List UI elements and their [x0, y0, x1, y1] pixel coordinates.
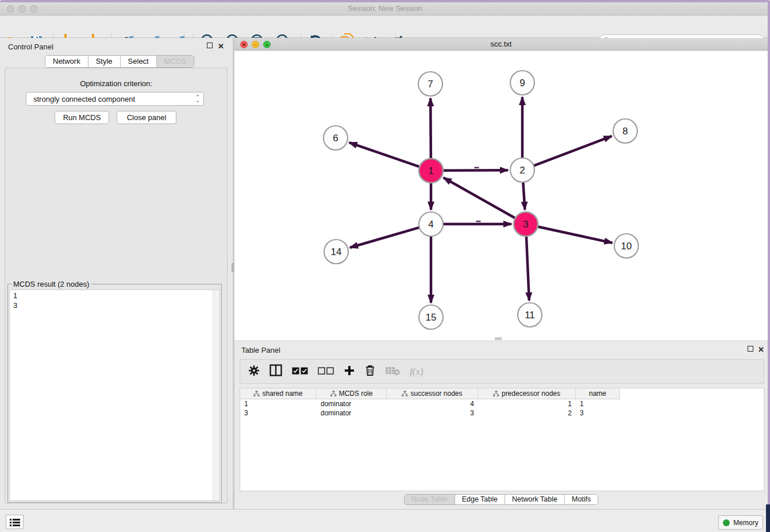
graph-node-2[interactable]: 2 — [510, 158, 534, 182]
column-header-predecessor-nodes[interactable]: predecessor nodes — [478, 388, 576, 399]
edge-1-2[interactable] — [442, 170, 508, 171]
edge-3-1[interactable] — [444, 178, 516, 218]
select-all-icon[interactable] — [292, 367, 308, 377]
tab-edge-table[interactable]: Edge Table — [455, 495, 505, 504]
graph-node-9[interactable]: 9 — [510, 71, 534, 95]
task-history-button[interactable] — [6, 515, 24, 529]
main-toolbar — [0, 16, 770, 38]
node-label: 8 — [622, 126, 627, 137]
float-table-panel-icon[interactable] — [748, 346, 753, 353]
delete-table-icon[interactable] — [385, 365, 400, 378]
graph-node-6[interactable]: 6 — [324, 126, 348, 150]
graph-node-14[interactable]: 14 — [324, 240, 348, 264]
column-header-label: shared name — [262, 390, 302, 398]
add-column-icon[interactable] — [344, 365, 355, 379]
tab-node-table[interactable]: Node Table — [405, 495, 455, 504]
maximize-window-button[interactable] — [30, 5, 37, 13]
minimize-window-button[interactable] — [18, 5, 26, 13]
graph-node-1[interactable]: 1 — [419, 159, 443, 183]
column-type-icon — [253, 391, 260, 397]
node-label: 2 — [519, 165, 525, 176]
tab-style[interactable]: Style — [88, 56, 121, 67]
function-builder-icon[interactable]: f(x) — [410, 366, 424, 377]
table-cell[interactable]: 1 — [478, 399, 576, 408]
tab-network[interactable]: Network — [45, 56, 88, 67]
tab-network-table[interactable]: Network Table — [505, 495, 565, 504]
memory-button[interactable]: Memory — [718, 515, 763, 530]
table-cell[interactable]: 3 — [576, 408, 620, 418]
maximize-view-button[interactable]: ＋ — [263, 41, 271, 48]
table-row[interactable]: 1dominator411 — [240, 399, 764, 408]
tab-motifs[interactable]: Motifs — [565, 495, 598, 504]
table-cell[interactable]: 1 — [240, 399, 317, 408]
result-line: 1 — [10, 291, 220, 300]
mcds-result-area[interactable]: 13 — [9, 290, 220, 501]
table-cell[interactable]: dominator — [317, 399, 387, 408]
edge-1-7[interactable] — [430, 98, 431, 159]
close-view-button[interactable]: ✕ — [240, 41, 248, 48]
delete-column-icon[interactable] — [365, 364, 375, 379]
edge-3-10[interactable] — [537, 226, 613, 242]
column-header-successor-nodes[interactable]: successor nodes — [387, 388, 478, 399]
graph-node-7[interactable]: 7 — [418, 72, 442, 96]
node-label: 9 — [519, 78, 525, 88]
edge-2-3[interactable] — [523, 182, 525, 210]
graph-node-3[interactable]: 3 — [514, 212, 538, 236]
memory-label: Memory — [733, 519, 758, 527]
table-cell[interactable]: 4 — [387, 399, 478, 408]
minimize-view-button[interactable]: − — [252, 41, 259, 48]
float-panel-icon[interactable] — [207, 43, 213, 49]
edge-label-mark — [476, 221, 481, 222]
table-cell[interactable]: 1 — [576, 399, 620, 408]
node-label: 11 — [525, 310, 535, 321]
node-label: 10 — [621, 241, 632, 252]
column-header-label: MCDS role — [339, 390, 373, 398]
close-table-panel-icon[interactable]: ✕ — [758, 345, 764, 354]
column-header-MCDS-role[interactable]: MCDS role — [317, 388, 387, 399]
graph-node-4[interactable]: 4 — [419, 212, 443, 236]
column-type-icon — [330, 391, 337, 397]
criterion-dropdown[interactable]: strongly connected component ⌃⌄ — [26, 92, 204, 106]
scrollbar[interactable] — [213, 290, 220, 500]
result-line: 3 — [10, 300, 220, 310]
control-panel-tabs: NetworkStyleSelectMCDS — [45, 55, 194, 68]
gear-icon[interactable] — [248, 365, 260, 379]
mcds-result-group: MCDS result (2 nodes) 13 — [7, 284, 222, 503]
table-cell[interactable]: dominator — [317, 408, 387, 418]
column-header-name[interactable]: name — [576, 388, 620, 399]
column-header-shared-name[interactable]: shared name — [240, 388, 317, 399]
network-window-titlebar[interactable]: ✕ − ＋ scc.txt — [234, 38, 768, 51]
table-cell[interactable]: 3 — [240, 408, 317, 418]
node-table[interactable]: shared nameMCDS rolesuccessor nodesprede… — [240, 388, 764, 491]
tab-select[interactable]: Select — [121, 56, 157, 67]
edge-3-11[interactable] — [526, 236, 529, 300]
header-filler — [620, 388, 764, 399]
network-graph[interactable]: 7968124314101511 — [234, 51, 768, 340]
graph-node-15[interactable]: 15 — [419, 305, 443, 329]
table-tabs-strip: Node TableEdge TableNetwork TableMotifs — [234, 491, 768, 507]
optimization-criterion-label: Optimization criterion: — [5, 79, 227, 88]
table-row[interactable]: 3dominator323 — [240, 408, 764, 418]
run-mcds-button[interactable]: Run MCDS — [55, 111, 109, 124]
deselect-all-icon[interactable] — [318, 367, 334, 377]
network-canvas[interactable]: 7968124314101511 — [234, 51, 768, 340]
table-cell[interactable]: 3 — [387, 408, 478, 418]
graph-node-8[interactable]: 8 — [613, 119, 637, 143]
mcds-result-text: 13 — [10, 290, 220, 310]
close-panel-button[interactable]: Close panel — [117, 111, 176, 124]
resize-handle[interactable] — [495, 337, 502, 340]
table-cell[interactable]: 2 — [478, 408, 576, 418]
columns-icon[interactable] — [270, 364, 282, 379]
edge-1-6[interactable] — [349, 142, 420, 167]
close-panel-icon[interactable]: ✕ — [218, 42, 224, 51]
graph-node-11[interactable]: 11 — [518, 303, 542, 327]
close-window-button[interactable] — [7, 5, 14, 13]
graph-node-10[interactable]: 10 — [614, 234, 638, 258]
edge-4-14[interactable] — [350, 228, 420, 248]
table-header-row: shared nameMCDS rolesuccessor nodesprede… — [240, 388, 764, 399]
tab-mcds[interactable]: MCDS — [157, 56, 194, 67]
edge-2-8[interactable] — [533, 136, 612, 166]
app-title: Session: New Session — [0, 2, 770, 15]
desktop-corner — [766, 504, 770, 532]
column-header-label: predecessor nodes — [502, 390, 560, 398]
